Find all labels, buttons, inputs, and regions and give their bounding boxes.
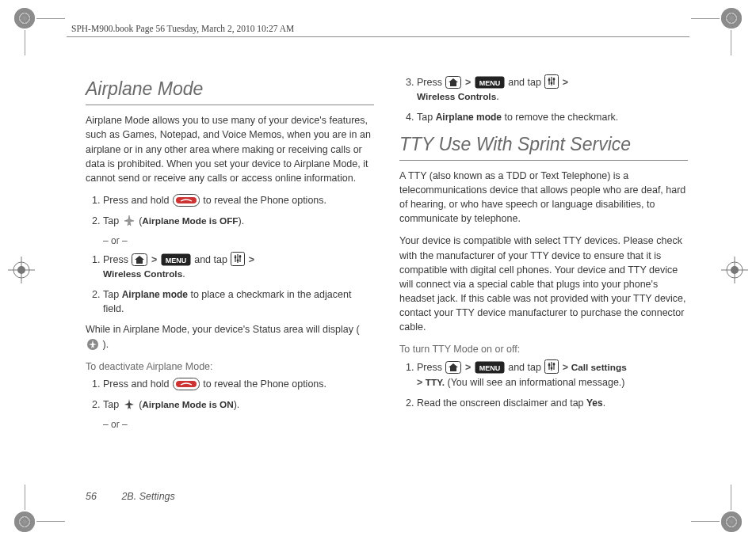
crop-mark-br <box>721 511 742 532</box>
tty-p1: A TTY (also known as a TDD or Text Telep… <box>399 169 688 226</box>
end-call-key-icon <box>173 378 200 390</box>
svg-point-33 <box>553 363 556 366</box>
section-heading-airplane: Airplane Mode <box>86 76 374 105</box>
registration-target-left <box>8 257 35 283</box>
crop-line <box>36 18 65 19</box>
airplane-intro: Airplane Mode allows you to use many of … <box>86 113 374 185</box>
menu-icon: MENU <box>161 253 191 266</box>
crop-line <box>731 30 731 55</box>
step-a1: Press and hold to reveal the Phone optio… <box>103 193 374 207</box>
airplane-on-icon <box>123 398 136 411</box>
svg-point-14 <box>235 256 237 258</box>
steps-b: Press > MENU and tap > Wireless Controls… <box>86 252 374 317</box>
airplane-status-icon <box>86 338 99 351</box>
tty-steps: Press > MENU and tap > Call settings > T… <box>399 359 688 410</box>
step-c2: Tap (Airplane Mode is ON). <box>103 397 374 412</box>
menu-icon: MENU <box>475 361 505 374</box>
step-c1: Press and hold to reveal the Phone optio… <box>103 377 374 391</box>
header-divider <box>67 36 689 37</box>
steps-c: Press and hold to reveal the Phone optio… <box>86 377 374 412</box>
step-b1: Press > MENU and tap > Wireless Controls… <box>103 252 374 281</box>
settings-icon <box>544 74 559 89</box>
steps-a: Press and hold to reveal the Phone optio… <box>86 193 374 228</box>
end-call-key-icon <box>173 194 200 207</box>
crop-line <box>691 521 720 522</box>
crop-mark-tl <box>14 8 35 29</box>
page-runner: SPH-M900.book Page 56 Tuesday, March 2, … <box>71 24 294 33</box>
right-column: Press > MENU and tap > Wireless Controls… <box>399 71 688 485</box>
step-a2: Tap (Airplane Mode is OFF). <box>103 214 374 228</box>
left-column: Airplane Mode Airplane Mode allows you t… <box>86 71 374 485</box>
or-divider: – or – <box>103 234 374 248</box>
page-number: 56 <box>86 491 97 502</box>
section-label: 2B. Settings <box>121 491 174 502</box>
tty-sub: To turn TTY Mode on or off: <box>399 342 688 356</box>
svg-point-15 <box>237 259 239 261</box>
svg-text:MENU: MENU <box>165 256 186 264</box>
crop-line <box>36 521 65 522</box>
crop-line <box>691 18 720 19</box>
svg-point-16 <box>239 255 242 257</box>
svg-text:MENU: MENU <box>479 364 500 372</box>
registration-target-right <box>721 257 748 283</box>
airplane-off-icon <box>123 215 136 227</box>
home-icon <box>445 76 461 89</box>
crop-mark-bl <box>14 511 35 532</box>
home-icon <box>445 361 461 374</box>
svg-text:MENU: MENU <box>479 79 500 87</box>
crop-line <box>25 485 25 510</box>
menu-icon: MENU <box>475 76 505 89</box>
section-heading-tty: TTY Use With Sprint Service <box>399 131 688 161</box>
tty-p2: Your device is compatible with select TT… <box>399 234 688 334</box>
svg-point-25 <box>551 82 553 85</box>
tty-step1: Press > MENU and tap > Call settings > T… <box>417 359 688 389</box>
home-icon <box>132 253 147 266</box>
deactivate-heading: To deactivate Airplane Mode: <box>86 359 374 374</box>
page-content: Airplane Mode Airplane Mode allows you t… <box>86 71 688 485</box>
svg-rect-9 <box>176 197 197 203</box>
page-footer: 56 2B. Settings <box>86 491 175 502</box>
crop-mark-tr <box>721 8 742 29</box>
settings-icon <box>231 252 245 266</box>
svg-rect-19 <box>176 381 197 387</box>
crop-line <box>25 30 25 55</box>
svg-point-24 <box>548 79 551 82</box>
steps-top-right: Press > MENU and tap > Wireless Controls… <box>399 74 688 125</box>
svg-point-26 <box>553 78 556 81</box>
crop-line <box>731 485 731 510</box>
settings-icon <box>544 359 559 374</box>
svg-point-32 <box>551 367 553 370</box>
tty-step2: Read the onscreen disclaimer and tap Yes… <box>417 396 688 410</box>
status-note: While in Airplane Mode, your device's St… <box>86 322 374 351</box>
svg-point-31 <box>548 364 551 367</box>
step-b2: Tap Airplane mode to place a checkmark i… <box>103 287 374 317</box>
step-r3: Press > MENU and tap > Wireless Controls… <box>417 74 688 104</box>
step-r4: Tap Airplane mode to remove the checkmar… <box>417 110 688 124</box>
or-divider-2: – or – <box>103 418 374 432</box>
